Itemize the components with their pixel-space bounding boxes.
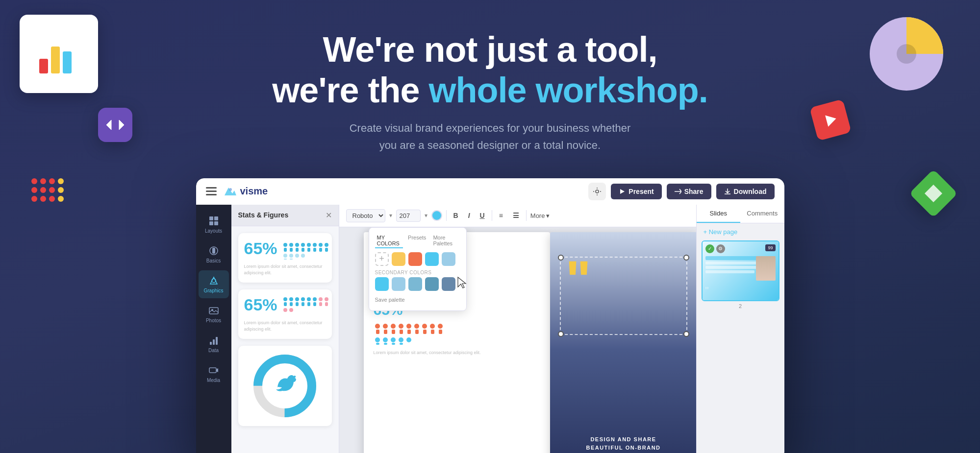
- svg-rect-65: [302, 302, 304, 306]
- add-color-button[interactable]: +: [375, 252, 389, 266]
- share-button[interactable]: Share: [667, 184, 711, 199]
- svg-point-99: [383, 337, 388, 342]
- svg-point-70: [319, 297, 323, 301]
- sidebar-item-basics[interactable]: Basics: [199, 240, 229, 268]
- stats-lorem-text: Lorem ipsum dolor sit amet, consectetur …: [244, 263, 326, 277]
- align-button[interactable]: ≡: [496, 210, 506, 221]
- svg-rect-82: [384, 330, 387, 334]
- svg-rect-67: [307, 302, 310, 306]
- svg-rect-55: [290, 259, 293, 260]
- svg-marker-22: [620, 189, 625, 194]
- settings-icon-btn[interactable]: [588, 183, 606, 200]
- svg-point-62: [295, 297, 299, 301]
- hamburger-menu[interactable]: [206, 187, 217, 195]
- svg-point-103: [399, 337, 403, 342]
- italic-button[interactable]: I: [465, 210, 473, 221]
- slide-number: 2: [702, 303, 779, 309]
- color-swatches: +: [375, 252, 460, 266]
- handle-bl: [558, 331, 564, 337]
- svg-point-12: [40, 187, 46, 193]
- sidebar-item-data[interactable]: Data: [199, 330, 229, 358]
- svg-rect-63: [296, 302, 299, 306]
- canvas-content[interactable]: MY COLORS Presets More Palettes + SECOND…: [339, 227, 696, 453]
- svg-point-105: [406, 337, 411, 342]
- download-button[interactable]: Download: [716, 184, 775, 199]
- handle-tl: [558, 255, 564, 261]
- app-window: visme Present Share Download: [196, 178, 784, 453]
- svg-rect-39: [290, 248, 293, 252]
- sidebar-item-photos[interactable]: Photos: [199, 300, 229, 328]
- panel-close-button[interactable]: ✕: [326, 211, 332, 220]
- list-button[interactable]: ☰: [510, 210, 522, 221]
- sidebar-basics-label: Basics: [206, 258, 221, 263]
- deco-barchart: [20, 15, 98, 93]
- svg-rect-45: [307, 248, 310, 252]
- slides-tabs: Slides Comments: [697, 205, 784, 223]
- handle-tr: [683, 255, 689, 261]
- svg-rect-26: [214, 221, 218, 225]
- deco-piechart: [862, 10, 951, 98]
- logo-icon: [224, 186, 237, 197]
- tab-slides[interactable]: Slides: [697, 205, 741, 223]
- underline-button[interactable]: U: [477, 210, 488, 221]
- more-button[interactable]: More ▾: [530, 212, 550, 219]
- slide-gear-icon: ⚙: [716, 244, 725, 253]
- svg-rect-86: [400, 330, 403, 334]
- sidebar-item-graphics[interactable]: Graphics: [199, 270, 229, 298]
- stats-card-1: 65%: [238, 233, 332, 283]
- svg-point-95: [438, 324, 443, 329]
- swatch-orange[interactable]: [408, 252, 422, 266]
- sidebar: Layouts Basics Graphics: [196, 205, 231, 453]
- swatch-yellow[interactable]: [392, 252, 405, 266]
- swatch-lightblue[interactable]: [442, 252, 455, 266]
- secondary-colors-label: SECONDARY COLORS: [375, 270, 460, 275]
- separator-3: [526, 210, 527, 221]
- tab-comments[interactable]: Comments: [740, 205, 784, 223]
- sidebar-item-media[interactable]: Media: [199, 360, 229, 388]
- svg-point-14: [31, 196, 37, 202]
- panel-content: 65%: [231, 226, 339, 433]
- stats-percentage: 65%: [244, 239, 277, 258]
- my-colors-tab[interactable]: MY COLORS: [375, 234, 403, 248]
- sec-swatch-1[interactable]: [375, 277, 389, 291]
- slide-thumbnail[interactable]: ✓ ⚙ 99: [702, 240, 779, 301]
- slide-thumbnail-container: ✓ ⚙ 99: [702, 240, 779, 309]
- sec-swatch-3[interactable]: [408, 277, 422, 291]
- svg-point-9: [40, 178, 46, 184]
- handle-br: [683, 331, 689, 337]
- svg-point-19: [58, 196, 64, 202]
- sidebar-graphics-label: Graphics: [203, 288, 223, 293]
- svg-rect-2: [63, 51, 72, 73]
- sidebar-layouts-label: Layouts: [205, 228, 222, 234]
- color-picker-trigger[interactable]: [431, 210, 442, 221]
- svg-point-64: [301, 297, 305, 301]
- sec-swatch-2[interactable]: [392, 277, 405, 291]
- svg-rect-49: [319, 248, 322, 252]
- svg-rect-51: [325, 248, 328, 252]
- bold-button[interactable]: B: [451, 210, 461, 221]
- slide-thumb-preview: ✓ ⚙ 99: [703, 241, 779, 300]
- svg-rect-96: [439, 330, 442, 334]
- swatch-teal[interactable]: [425, 252, 439, 266]
- svg-point-101: [391, 337, 396, 342]
- present-button[interactable]: Present: [611, 184, 661, 199]
- more-palettes-tab[interactable]: More Palettes: [431, 234, 460, 248]
- svg-point-13: [49, 187, 55, 193]
- canvas-area[interactable]: Roboto ▾ ▾ B I U ≡ ☰ More ▾: [339, 205, 696, 453]
- font-select[interactable]: Roboto: [346, 209, 385, 222]
- svg-point-87: [406, 324, 411, 329]
- new-page-button[interactable]: + New page: [697, 223, 784, 240]
- sec-swatch-4[interactable]: [425, 277, 439, 291]
- sec-swatch-5[interactable]: [442, 277, 455, 291]
- svg-rect-41: [296, 248, 299, 252]
- svg-point-16: [49, 196, 55, 202]
- svg-rect-28: [212, 248, 215, 254]
- logo: visme: [224, 186, 268, 197]
- sidebar-item-layouts[interactable]: Layouts: [199, 211, 229, 238]
- font-size-input[interactable]: [396, 210, 421, 222]
- presets-tab[interactable]: Presets: [406, 234, 428, 248]
- svg-rect-33: [213, 339, 215, 345]
- save-palette-button[interactable]: Save palette: [375, 295, 460, 305]
- design-bottom-text: DESIGN AND SHAREBEAUTIFUL ON-BRAND: [550, 435, 696, 453]
- selection-box: ": [560, 257, 687, 335]
